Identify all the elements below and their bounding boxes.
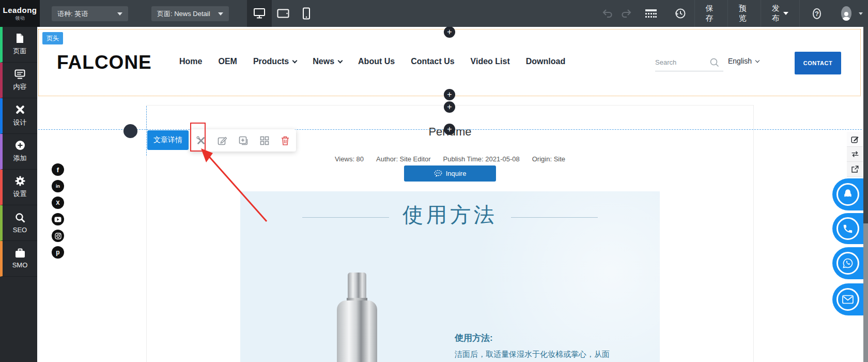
add-section-button[interactable] xyxy=(444,124,455,135)
nav-products[interactable]: Products xyxy=(253,57,297,66)
site-language-selector[interactable]: English xyxy=(728,57,759,65)
x-twitter-icon[interactable]: X xyxy=(52,197,64,209)
undo-icon xyxy=(602,9,613,18)
sidebar-item-pages[interactable]: 页面 xyxy=(0,27,37,63)
phone-icon xyxy=(836,217,859,240)
mobile-icon xyxy=(302,7,311,20)
social-links: f in X p xyxy=(52,163,64,259)
add-section-button[interactable] xyxy=(444,89,455,100)
user-avatar[interactable] xyxy=(841,6,851,21)
desktop-icon xyxy=(253,8,266,19)
grid-layout-button[interactable] xyxy=(645,8,657,19)
history-clock-icon xyxy=(675,8,686,19)
sidebar-item-design[interactable]: 设计 xyxy=(0,98,37,134)
search-input[interactable] xyxy=(655,58,709,66)
language-dropdown[interactable]: 语种: 英语 xyxy=(52,6,128,21)
chevron-down-icon xyxy=(218,12,223,16)
redo-button[interactable] xyxy=(621,9,632,18)
grid-icon xyxy=(645,8,657,19)
gear-icon xyxy=(15,176,25,186)
editor-topbar: Leadong 领动 语种: 英语 页面: News Detail xyxy=(0,0,868,27)
nav-home[interactable]: Home xyxy=(179,57,202,66)
block-layout-button[interactable] xyxy=(260,136,269,145)
youtube-icon[interactable] xyxy=(52,213,64,225)
block-drag-handle[interactable] xyxy=(123,124,137,138)
tablet-view-button[interactable] xyxy=(275,0,291,27)
page-scrollbar[interactable] xyxy=(863,27,868,362)
facebook-icon[interactable]: f xyxy=(52,163,64,176)
save-button[interactable]: 保存 xyxy=(695,0,727,27)
block-dashed-edge xyxy=(146,106,147,156)
block-add-button[interactable] xyxy=(239,136,248,145)
desktop-view-button[interactable] xyxy=(247,0,272,27)
perfume-bottle-body xyxy=(337,300,377,362)
add-section-button[interactable] xyxy=(444,26,455,38)
element-open-link-button[interactable] xyxy=(847,162,863,177)
site-logo[interactable]: FALCONE xyxy=(57,52,152,73)
history-button[interactable] xyxy=(675,8,686,19)
add-circle-icon xyxy=(15,140,25,150)
sidebar-item-seo[interactable]: SEO xyxy=(0,205,37,241)
scrollbar-thumb[interactable] xyxy=(863,27,868,223)
site-navigation: Home OEM Products News About Us Contact … xyxy=(179,57,565,66)
add-section-button[interactable] xyxy=(444,101,455,113)
article-block-label[interactable]: 文章详情 xyxy=(147,130,189,150)
perfume-bottle-cap xyxy=(348,273,366,298)
search-icon[interactable] xyxy=(709,57,720,68)
chevron-down-icon xyxy=(755,58,760,62)
header-section-tag[interactable]: 页头 xyxy=(42,32,63,44)
chevron-down-icon xyxy=(117,12,122,16)
meta-origin: Origin: Site xyxy=(532,155,565,163)
publish-button[interactable]: 发布 xyxy=(761,0,800,27)
undo-button[interactable] xyxy=(602,9,613,18)
inquire-button[interactable]: Inquire xyxy=(404,165,496,182)
whatsapp-icon xyxy=(836,252,859,275)
qq-contact-widget[interactable] xyxy=(832,178,868,210)
nav-download[interactable]: Download xyxy=(526,57,565,66)
nav-video-list[interactable]: Video List xyxy=(471,57,510,66)
decorative-line xyxy=(511,217,598,218)
linkedin-icon[interactable]: in xyxy=(52,180,64,192)
block-delete-button[interactable] xyxy=(281,136,289,145)
element-edit-panel xyxy=(847,132,863,177)
sidebar-item-settings[interactable]: 设置 xyxy=(0,170,37,205)
editor-sidebar: 页面 内容 设计 添加 设置 xyxy=(0,27,37,362)
page-dropdown[interactable]: 页面: News Detail xyxy=(151,6,229,21)
element-edit-button[interactable] xyxy=(847,132,863,147)
sidebar-item-add[interactable]: 添加 xyxy=(0,134,37,170)
nav-contact-us[interactable]: Contact Us xyxy=(411,57,454,66)
sidebar-item-content[interactable]: 内容 xyxy=(0,63,37,98)
meta-views: Views: 80 xyxy=(335,155,364,163)
leadong-logo-subtext: 领动 xyxy=(16,15,25,22)
content-body-text: 洁面后，取适量保湿水于化妆棉或掌心，从面 xyxy=(455,350,660,359)
leadong-logo-text: Leadong xyxy=(3,6,37,14)
site-contact-button[interactable]: CONTACT xyxy=(795,52,841,74)
nav-about-us[interactable]: About Us xyxy=(358,57,395,66)
element-swap-button[interactable] xyxy=(847,147,863,162)
account-menu-caret[interactable] xyxy=(859,12,863,15)
block-edit-button[interactable] xyxy=(218,136,227,145)
pinterest-icon[interactable]: p xyxy=(52,246,64,259)
meta-publish-time: Publish Time: 2021-05-08 xyxy=(443,155,520,163)
instagram-icon[interactable] xyxy=(52,230,64,242)
redo-icon xyxy=(621,9,632,18)
sidebar-item-smo[interactable]: SMO xyxy=(0,241,37,277)
briefcase-icon xyxy=(15,248,25,258)
annotation-highlight-box xyxy=(190,123,206,152)
swap-arrows-icon xyxy=(851,150,859,158)
email-contact-widget[interactable] xyxy=(832,283,868,315)
help-button[interactable]: ? xyxy=(813,8,821,19)
preview-button[interactable]: 预览 xyxy=(728,0,761,27)
meta-author: Author: Site Editor xyxy=(376,155,431,163)
decorative-line xyxy=(302,217,389,218)
mobile-view-button[interactable] xyxy=(299,0,314,27)
person-icon xyxy=(841,11,851,21)
nav-news[interactable]: News xyxy=(313,57,342,66)
tablet-icon xyxy=(277,9,289,18)
whatsapp-contact-widget[interactable] xyxy=(832,247,868,279)
topbar-actions: 保存 预览 发布 ? xyxy=(598,0,868,27)
speech-bubble-icon xyxy=(434,170,442,177)
page-dropdown-label: 页面: News Detail xyxy=(157,9,210,19)
nav-oem[interactable]: OEM xyxy=(218,57,237,66)
phone-contact-widget[interactable] xyxy=(832,213,868,244)
